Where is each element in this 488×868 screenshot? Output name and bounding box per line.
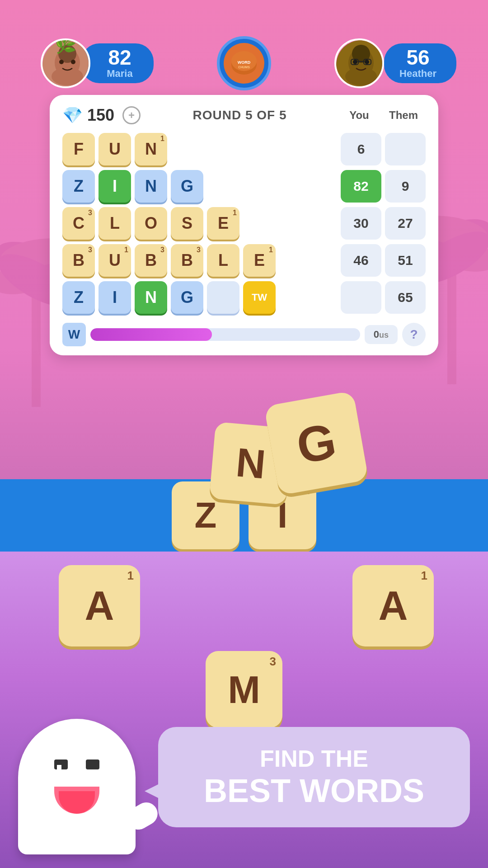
tile-z2[interactable]: Z	[62, 281, 95, 314]
heather-score: 56	[406, 47, 429, 68]
score-cells-close: 30 27	[341, 207, 426, 240]
tile-o[interactable]: O	[135, 207, 167, 240]
heather-name: Heather	[399, 68, 436, 80]
tiles-zing: Z I N G	[62, 170, 337, 203]
player-bar: 🌿 82 Maria WORD CHUMS	[41, 36, 447, 90]
ghost-mascot	[18, 692, 145, 854]
table-row: B3 U1 B3 B3 L E1 46 51	[62, 244, 426, 277]
game-board: 💎 150 + ROUND 5 OF 5 You Them F U N1 6	[50, 95, 438, 355]
progress-row: W 0us ?	[62, 323, 426, 346]
score-cells-zing: 82 9	[341, 170, 426, 203]
tile-n[interactable]: N1	[135, 133, 167, 165]
speech-line2: BEST WORDS	[185, 772, 443, 809]
them-score-fun	[385, 133, 426, 165]
progress-bar-container	[90, 328, 360, 341]
w-tile: W	[62, 323, 86, 346]
crown-icon: 🌿	[54, 38, 77, 55]
avatar-heather	[334, 38, 384, 88]
tile-g2[interactable]: G	[171, 281, 203, 314]
score-cells-fun: 6	[341, 133, 426, 165]
svg-text:WORD: WORD	[238, 60, 251, 65]
svg-point-14	[59, 60, 64, 64]
speech-bubble: FIND THE BEST WORDS	[158, 727, 470, 827]
table-row: Z I N G TW 65	[62, 281, 426, 314]
score-pill-maria: 82 Maria	[81, 43, 154, 83]
tile-l[interactable]: L	[99, 207, 131, 240]
board-header: 💎 150 + ROUND 5 OF 5 You Them	[62, 106, 426, 125]
svg-point-15	[71, 60, 75, 64]
avatar-maria: 🌿	[41, 38, 90, 88]
tile-n2[interactable]: N	[135, 281, 167, 314]
col-them: Them	[383, 109, 424, 122]
tile-b1[interactable]: B3	[62, 244, 95, 277]
speech-line1: FIND THE	[185, 745, 443, 772]
tile-u2[interactable]: U1	[99, 244, 131, 277]
gem-score: 💎 150 +	[62, 106, 141, 125]
maria-name: Maria	[107, 68, 132, 80]
tile-g-blue[interactable]: G	[171, 170, 203, 203]
tile-b2[interactable]: B3	[135, 244, 167, 277]
round-label: ROUND 5 OF 5	[141, 108, 339, 123]
tiles-fun: F U N1	[62, 133, 337, 165]
them-score-zing2: 65	[385, 281, 426, 314]
col-headers: You Them	[339, 109, 426, 122]
tile-e2[interactable]: E1	[243, 244, 276, 277]
add-gems-button[interactable]: +	[122, 106, 141, 124]
svg-text:CHUMS: CHUMS	[238, 66, 250, 69]
score-cells-bubble: 46 51	[341, 244, 426, 277]
ghost-mouth-inner	[59, 791, 95, 814]
tile-empty1	[207, 281, 239, 314]
tile-b3[interactable]: B3	[171, 244, 203, 277]
table-row: C3 L O S E1 30 27	[62, 207, 426, 240]
them-score-zing: 9	[385, 170, 426, 203]
svg-point-25	[365, 60, 369, 64]
you-score-bubble: 46	[341, 244, 381, 277]
tiles-zing2: Z I N G TW	[62, 281, 337, 314]
available-tile-a-right[interactable]: A1	[352, 565, 434, 646]
token-image: WORD CHUMS	[224, 43, 264, 84]
table-row: F U N1 6	[62, 133, 426, 165]
tile-i2[interactable]: I	[99, 281, 131, 314]
tile-l2[interactable]: L	[207, 244, 239, 277]
tile-i-green[interactable]: I	[99, 170, 131, 203]
question-button[interactable]: ?	[402, 323, 426, 346]
ghost-body	[18, 719, 136, 854]
tiles-close: C3 L O S E1	[62, 207, 337, 240]
ghost-area: FIND THE BEST WORDS	[0, 692, 488, 868]
you-score-fun: 6	[341, 133, 381, 165]
falling-tile-g: G	[264, 391, 369, 495]
tile-tw: TW	[243, 281, 276, 314]
bonus-display: 0us	[365, 325, 398, 344]
them-score-close: 27	[385, 207, 426, 240]
tile-u[interactable]: U	[99, 133, 131, 165]
progress-bar	[90, 328, 212, 341]
tile-z[interactable]: Z	[62, 170, 95, 203]
ghost-mouth	[54, 787, 99, 814]
tile-s[interactable]: S	[171, 207, 203, 240]
gem-icon: 💎	[62, 106, 83, 125]
player-right: 56 Heather	[334, 38, 447, 88]
score-pill-heather: 56 Heather	[384, 43, 456, 83]
tile-f[interactable]: F	[62, 133, 95, 165]
col-you: You	[339, 109, 380, 122]
ghost-eye-right	[86, 760, 99, 769]
table-row: Z I N G 82 9	[62, 170, 426, 203]
gem-count: 150	[87, 106, 114, 125]
you-score-zing2	[341, 281, 381, 314]
tile-c[interactable]: C3	[62, 207, 95, 240]
available-tile-a-left[interactable]: A1	[59, 565, 140, 646]
word-rows: F U N1 6 Z I N G 82 9 C	[62, 133, 426, 346]
you-score-zing: 82	[341, 170, 381, 203]
player-left: 🌿 82 Maria	[41, 38, 154, 88]
you-score-close: 30	[341, 207, 381, 240]
score-cells-zing2: 65	[341, 281, 426, 314]
maria-score: 82	[108, 47, 131, 68]
tiles-bubble: B3 U1 B3 B3 L E1	[62, 244, 337, 277]
them-score-bubble: 51	[385, 244, 426, 277]
svg-point-24	[353, 60, 357, 64]
tile-n-blue[interactable]: N	[135, 170, 167, 203]
tile-e[interactable]: E1	[207, 207, 239, 240]
center-token[interactable]: WORD CHUMS	[217, 36, 271, 90]
